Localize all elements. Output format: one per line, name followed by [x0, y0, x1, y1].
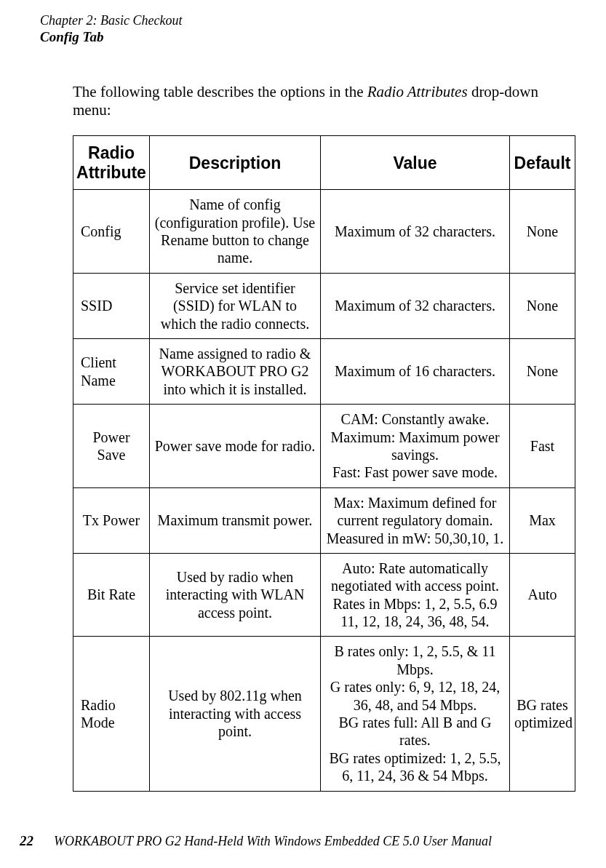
col-header-description: Description [150, 136, 321, 190]
col-header-attribute-l1: Radio [88, 143, 135, 162]
table-row: ConfigName of config (configuration prof… [73, 190, 575, 274]
chapter-label: Chapter 2: Basic Checkout [40, 13, 577, 29]
cell-value: Maximum of 32 characters. [321, 190, 510, 274]
page-number: 22 [20, 833, 33, 848]
cell-description: Used by radio when interacting with WLAN… [150, 553, 321, 637]
cell-default: None [510, 339, 575, 405]
cell-attribute: Power Save [73, 405, 150, 488]
table-row: Tx PowerMaximum transmit power.Max: Maxi… [73, 487, 575, 553]
table-body: ConfigName of config (configuration prof… [73, 190, 575, 791]
cell-value: Maximum of 32 characters. [321, 273, 510, 338]
cell-description: Name of config (configuration profile). … [150, 190, 321, 274]
header-block: Chapter 2: Basic Checkout Config Tab [40, 13, 577, 45]
table-row: SSIDService set identifier (SSID) for WL… [73, 273, 575, 338]
col-header-attribute: Radio Attribute [73, 136, 150, 190]
col-header-attribute-l2: Attribute [76, 163, 146, 182]
cell-default: None [510, 190, 575, 274]
intro-pre: The following table describes the option… [73, 83, 367, 100]
cell-value: CAM: Constantly awake. Maximum: Maximum … [321, 405, 510, 488]
cell-description: Used by 802.11g when interacting with ac… [150, 637, 321, 791]
cell-description: Service set identifier (SSID) for WLAN t… [150, 273, 321, 338]
cell-description: Power save mode for radio. [150, 405, 321, 488]
cell-value: Auto: Rate automatically negotiated with… [321, 553, 510, 637]
section-label: Config Tab [40, 29, 577, 46]
table-row: Bit RateUsed by radio when interacting w… [73, 553, 575, 637]
intro-italic: Radio Attributes [367, 83, 468, 100]
cell-default: BG rates optimized [510, 637, 575, 791]
cell-value: Max: Maximum defined for current regulat… [321, 487, 510, 553]
col-header-default: Default [510, 136, 575, 190]
cell-attribute: SSID [73, 273, 150, 338]
table-row: Power SavePower save mode for radio.CAM:… [73, 405, 575, 488]
cell-default: Max [510, 487, 575, 553]
table-row: Client NameName assigned to radio & WORK… [73, 339, 575, 405]
cell-description: Maximum transmit power. [150, 487, 321, 553]
cell-value: Maximum of 16 characters. [321, 339, 510, 405]
footer: 22WORKABOUT PRO G2 Hand-Held With Window… [20, 833, 492, 849]
cell-attribute: Radio Mode [73, 637, 150, 791]
cell-default: Auto [510, 553, 575, 637]
cell-attribute: Bit Rate [73, 553, 150, 637]
cell-attribute: Client Name [73, 339, 150, 405]
footer-text: WORKABOUT PRO G2 Hand-Held With Windows … [54, 834, 492, 848]
cell-description: Name assigned to radio & WORKABOUT PRO G… [150, 339, 321, 405]
col-header-value: Value [321, 136, 510, 190]
table-header-row: Radio Attribute Description Value Defaul… [73, 136, 575, 190]
intro-paragraph: The following table describes the option… [73, 83, 577, 119]
cell-attribute: Config [73, 190, 150, 274]
radio-attributes-table: Radio Attribute Description Value Defaul… [73, 135, 575, 791]
cell-default: None [510, 273, 575, 338]
cell-value: B rates only: 1, 2, 5.5, & 11 Mbps. G ra… [321, 637, 510, 791]
page: Chapter 2: Basic Checkout Config Tab The… [0, 0, 606, 868]
cell-attribute: Tx Power [73, 487, 150, 553]
cell-default: Fast [510, 405, 575, 488]
table-row: Radio ModeUsed by 802.11g when interacti… [73, 637, 575, 791]
